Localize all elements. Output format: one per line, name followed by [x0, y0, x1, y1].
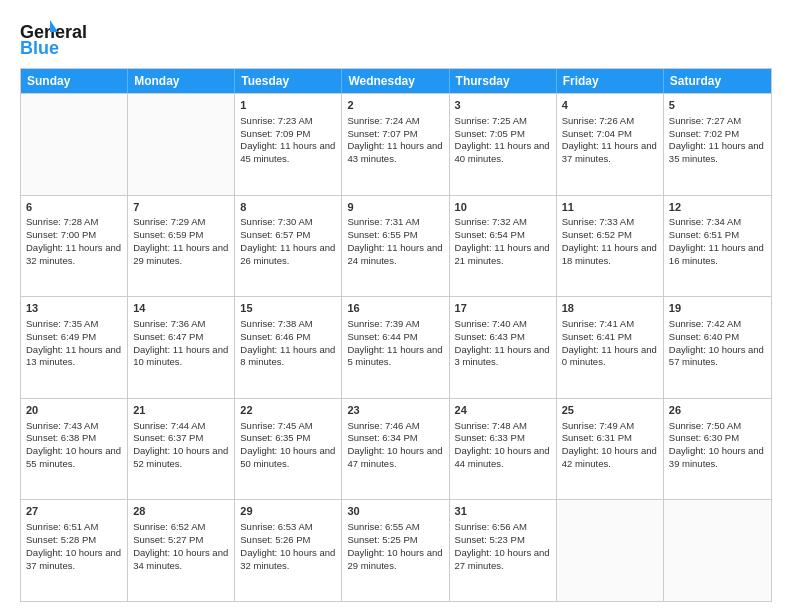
cal-week-5: 27Sunrise: 6:51 AMSunset: 5:28 PMDayligh…: [21, 499, 771, 601]
day-number: 30: [347, 504, 443, 519]
cal-cell-day-16: 16Sunrise: 7:39 AMSunset: 6:44 PMDayligh…: [342, 297, 449, 398]
cal-cell-day-11: 11Sunrise: 7:33 AMSunset: 6:52 PMDayligh…: [557, 196, 664, 297]
daylight-text: Daylight: 10 hours and 52 minutes.: [133, 445, 229, 471]
cal-cell-day-3: 3Sunrise: 7:25 AMSunset: 7:05 PMDaylight…: [450, 94, 557, 195]
day-number: 21: [133, 403, 229, 418]
cal-header-tuesday: Tuesday: [235, 69, 342, 93]
day-number: 15: [240, 301, 336, 316]
sunrise-text: Sunrise: 7:29 AM: [133, 216, 229, 229]
cal-cell-empty: [21, 94, 128, 195]
day-number: 19: [669, 301, 766, 316]
day-number: 26: [669, 403, 766, 418]
sunset-text: Sunset: 7:05 PM: [455, 128, 551, 141]
cal-cell-day-2: 2Sunrise: 7:24 AMSunset: 7:07 PMDaylight…: [342, 94, 449, 195]
day-number: 1: [240, 98, 336, 113]
daylight-text: Daylight: 10 hours and 57 minutes.: [669, 344, 766, 370]
cal-cell-day-28: 28Sunrise: 6:52 AMSunset: 5:27 PMDayligh…: [128, 500, 235, 601]
cal-header-wednesday: Wednesday: [342, 69, 449, 93]
sunrise-text: Sunrise: 7:33 AM: [562, 216, 658, 229]
day-number: 8: [240, 200, 336, 215]
sunset-text: Sunset: 6:54 PM: [455, 229, 551, 242]
cal-cell-day-22: 22Sunrise: 7:45 AMSunset: 6:35 PMDayligh…: [235, 399, 342, 500]
sunrise-text: Sunrise: 7:36 AM: [133, 318, 229, 331]
cal-cell-day-25: 25Sunrise: 7:49 AMSunset: 6:31 PMDayligh…: [557, 399, 664, 500]
cal-cell-day-17: 17Sunrise: 7:40 AMSunset: 6:43 PMDayligh…: [450, 297, 557, 398]
cal-cell-day-24: 24Sunrise: 7:48 AMSunset: 6:33 PMDayligh…: [450, 399, 557, 500]
cal-cell-day-27: 27Sunrise: 6:51 AMSunset: 5:28 PMDayligh…: [21, 500, 128, 601]
sunrise-text: Sunrise: 7:50 AM: [669, 420, 766, 433]
daylight-text: Daylight: 10 hours and 37 minutes.: [26, 547, 122, 573]
daylight-text: Daylight: 10 hours and 55 minutes.: [26, 445, 122, 471]
cal-week-1: 1Sunrise: 7:23 AMSunset: 7:09 PMDaylight…: [21, 93, 771, 195]
sunrise-text: Sunrise: 7:31 AM: [347, 216, 443, 229]
sunset-text: Sunset: 6:43 PM: [455, 331, 551, 344]
cal-header-saturday: Saturday: [664, 69, 771, 93]
daylight-text: Daylight: 11 hours and 18 minutes.: [562, 242, 658, 268]
sunset-text: Sunset: 6:38 PM: [26, 432, 122, 445]
daylight-text: Daylight: 10 hours and 39 minutes.: [669, 445, 766, 471]
sunset-text: Sunset: 6:47 PM: [133, 331, 229, 344]
cal-cell-day-23: 23Sunrise: 7:46 AMSunset: 6:34 PMDayligh…: [342, 399, 449, 500]
day-number: 14: [133, 301, 229, 316]
day-number: 24: [455, 403, 551, 418]
daylight-text: Daylight: 10 hours and 27 minutes.: [455, 547, 551, 573]
sunrise-text: Sunrise: 7:26 AM: [562, 115, 658, 128]
daylight-text: Daylight: 11 hours and 24 minutes.: [347, 242, 443, 268]
cal-header-sunday: Sunday: [21, 69, 128, 93]
daylight-text: Daylight: 11 hours and 3 minutes.: [455, 344, 551, 370]
daylight-text: Daylight: 10 hours and 42 minutes.: [562, 445, 658, 471]
day-number: 28: [133, 504, 229, 519]
day-number: 3: [455, 98, 551, 113]
cal-cell-empty: [557, 500, 664, 601]
sunset-text: Sunset: 6:52 PM: [562, 229, 658, 242]
sunrise-text: Sunrise: 6:53 AM: [240, 521, 336, 534]
cal-cell-day-5: 5Sunrise: 7:27 AMSunset: 7:02 PMDaylight…: [664, 94, 771, 195]
sunset-text: Sunset: 6:33 PM: [455, 432, 551, 445]
cal-cell-day-26: 26Sunrise: 7:50 AMSunset: 6:30 PMDayligh…: [664, 399, 771, 500]
day-number: 4: [562, 98, 658, 113]
day-number: 5: [669, 98, 766, 113]
sunrise-text: Sunrise: 7:32 AM: [455, 216, 551, 229]
cal-cell-day-20: 20Sunrise: 7:43 AMSunset: 6:38 PMDayligh…: [21, 399, 128, 500]
logo-icon: General Blue: [20, 18, 100, 58]
cal-week-4: 20Sunrise: 7:43 AMSunset: 6:38 PMDayligh…: [21, 398, 771, 500]
cal-cell-empty: [664, 500, 771, 601]
cal-cell-day-21: 21Sunrise: 7:44 AMSunset: 6:37 PMDayligh…: [128, 399, 235, 500]
sunset-text: Sunset: 7:00 PM: [26, 229, 122, 242]
sunset-text: Sunset: 6:34 PM: [347, 432, 443, 445]
sunset-text: Sunset: 5:23 PM: [455, 534, 551, 547]
day-number: 27: [26, 504, 122, 519]
cal-cell-day-14: 14Sunrise: 7:36 AMSunset: 6:47 PMDayligh…: [128, 297, 235, 398]
daylight-text: Daylight: 11 hours and 21 minutes.: [455, 242, 551, 268]
sunrise-text: Sunrise: 7:39 AM: [347, 318, 443, 331]
sunset-text: Sunset: 7:04 PM: [562, 128, 658, 141]
cal-cell-day-18: 18Sunrise: 7:41 AMSunset: 6:41 PMDayligh…: [557, 297, 664, 398]
day-number: 20: [26, 403, 122, 418]
sunset-text: Sunset: 6:57 PM: [240, 229, 336, 242]
day-number: 11: [562, 200, 658, 215]
sunset-text: Sunset: 6:46 PM: [240, 331, 336, 344]
cal-header-monday: Monday: [128, 69, 235, 93]
sunrise-text: Sunrise: 7:25 AM: [455, 115, 551, 128]
cal-week-3: 13Sunrise: 7:35 AMSunset: 6:49 PMDayligh…: [21, 296, 771, 398]
cal-cell-day-19: 19Sunrise: 7:42 AMSunset: 6:40 PMDayligh…: [664, 297, 771, 398]
sunrise-text: Sunrise: 7:34 AM: [669, 216, 766, 229]
cal-header-thursday: Thursday: [450, 69, 557, 93]
cal-cell-day-13: 13Sunrise: 7:35 AMSunset: 6:49 PMDayligh…: [21, 297, 128, 398]
sunset-text: Sunset: 6:44 PM: [347, 331, 443, 344]
cal-cell-day-6: 6Sunrise: 7:28 AMSunset: 7:00 PMDaylight…: [21, 196, 128, 297]
sunset-text: Sunset: 6:35 PM: [240, 432, 336, 445]
day-number: 16: [347, 301, 443, 316]
day-number: 2: [347, 98, 443, 113]
sunrise-text: Sunrise: 6:56 AM: [455, 521, 551, 534]
cal-cell-day-8: 8Sunrise: 7:30 AMSunset: 6:57 PMDaylight…: [235, 196, 342, 297]
sunrise-text: Sunrise: 7:24 AM: [347, 115, 443, 128]
daylight-text: Daylight: 10 hours and 29 minutes.: [347, 547, 443, 573]
day-number: 22: [240, 403, 336, 418]
day-number: 9: [347, 200, 443, 215]
day-number: 6: [26, 200, 122, 215]
daylight-text: Daylight: 11 hours and 32 minutes.: [26, 242, 122, 268]
sunset-text: Sunset: 7:07 PM: [347, 128, 443, 141]
calendar-body: 1Sunrise: 7:23 AMSunset: 7:09 PMDaylight…: [21, 93, 771, 601]
daylight-text: Daylight: 10 hours and 34 minutes.: [133, 547, 229, 573]
